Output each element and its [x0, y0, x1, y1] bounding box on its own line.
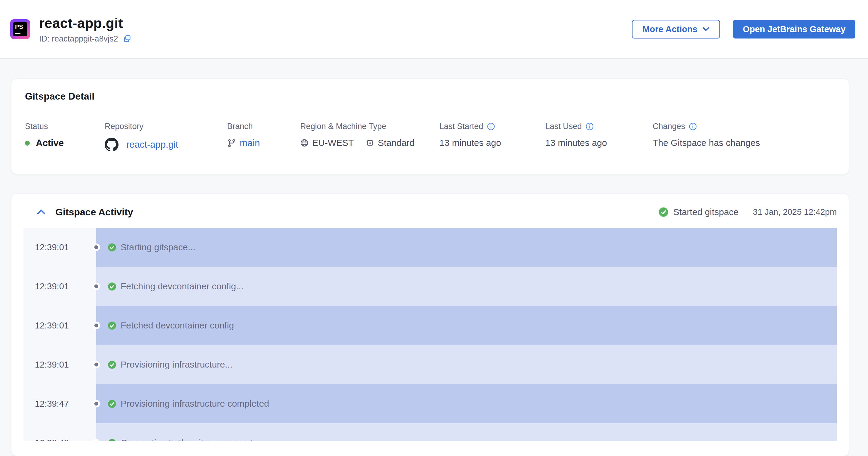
info-icon[interactable]	[487, 122, 495, 130]
more-actions-label: More Actions	[643, 24, 698, 34]
timeline-dot-icon	[94, 245, 98, 249]
repository-field: Repository react-app.git	[105, 122, 227, 152]
success-check-icon	[108, 438, 116, 442]
open-jetbrains-gateway-button[interactable]: Open JetBrains Gateway	[733, 20, 856, 38]
success-check-icon	[108, 243, 116, 252]
globe-icon	[300, 139, 309, 147]
open-gateway-label: Open JetBrains Gateway	[743, 24, 846, 34]
activity-log[interactable]: 12:39:01 Starting gitspace... 12:39:01 F…	[24, 228, 837, 441]
collapse-chevron-up-icon[interactable]	[37, 209, 46, 215]
status-label: Status	[25, 122, 105, 131]
log-timestamp: 12:39:48	[35, 438, 69, 442]
top-header: PS react-app.git ID: reactappgit-a8vjs2 …	[0, 0, 868, 59]
log-timestamp: 12:39:47	[35, 399, 69, 409]
cpu-machine-icon	[366, 139, 374, 147]
log-message: Provisioning infrastructure completed	[121, 399, 269, 409]
last-used-label: Last Used	[545, 122, 582, 131]
region-machine-label: Region & Machine Type	[300, 122, 439, 131]
status-field: Status Active	[25, 122, 105, 152]
logo-text: PS	[15, 24, 23, 30]
log-message: Fetching devcontainer config...	[121, 281, 244, 292]
last-used-value: 13 minutes ago	[545, 138, 653, 148]
status-active-dot-icon	[25, 141, 30, 146]
last-started-value: 13 minutes ago	[439, 138, 545, 148]
log-message: Connecting to the gitspace agent	[121, 438, 253, 441]
last-used-field: Last Used 13 minutes ago	[545, 122, 653, 152]
last-started-field: Last Started 13 minutes ago	[439, 122, 545, 152]
timeline-dot-icon	[94, 441, 98, 442]
phpstorm-logo-icon: PS	[10, 19, 30, 39]
log-timestamp: 12:39:01	[35, 242, 69, 252]
repository-label: Repository	[105, 122, 227, 131]
timeline-dot-icon	[94, 324, 98, 328]
log-row: 12:39:48 Connecting to the gitspace agen…	[24, 423, 837, 441]
timeline-dot-icon	[94, 363, 98, 367]
repository-link[interactable]: react-app.git	[126, 139, 178, 150]
activity-title: Gitspace Activity	[55, 207, 133, 218]
log-row: 12:39:47 Provisioning infrastructure com…	[24, 384, 837, 423]
log-row: 12:39:01 Provisioning infrastructure...	[24, 345, 837, 384]
region-value: EU-WEST	[312, 138, 354, 148]
timeline-dot-icon	[94, 284, 98, 288]
branch-field: Branch main	[227, 122, 300, 152]
changes-value: The Gitspace has changes	[653, 138, 835, 148]
logo-underscore	[15, 33, 21, 34]
status-value: Active	[36, 138, 64, 149]
chevron-down-icon	[702, 27, 710, 32]
gitspace-id: ID: reactappgit-a8vjs2	[39, 34, 118, 43]
brand: PS react-app.git ID: reactappgit-a8vjs2	[10, 15, 131, 43]
success-check-icon	[108, 360, 116, 369]
branch-label: Branch	[227, 122, 300, 131]
success-check-icon	[108, 282, 116, 291]
more-actions-button[interactable]: More Actions	[632, 20, 720, 38]
activity-timestamp: 31 Jan, 2025 12:42pm	[753, 207, 837, 217]
region-machine-field: Region & Machine Type EU-WEST	[300, 122, 439, 152]
activity-status-text: Started gitspace	[673, 207, 739, 217]
success-check-icon	[108, 399, 116, 408]
info-icon[interactable]	[689, 122, 697, 130]
log-message: Starting gitspace...	[121, 242, 195, 252]
log-row: 12:39:01 Fetching devcontainer config...	[24, 267, 837, 306]
git-branch-icon	[227, 139, 236, 148]
log-message: Provisioning infrastructure...	[121, 360, 232, 370]
log-row: 12:39:01 Fetched devcontainer config	[24, 306, 837, 345]
changes-label: Changes	[653, 122, 685, 131]
gitspace-activity-card: Gitspace Activity Started gitspace 31 Ja…	[11, 194, 849, 456]
github-icon	[105, 138, 119, 152]
copy-icon[interactable]	[123, 35, 131, 43]
detail-card-title: Gitspace Detail	[25, 91, 835, 102]
timeline-dot-icon	[94, 402, 98, 406]
log-timestamp: 12:39:01	[35, 321, 69, 331]
page-title: react-app.git	[39, 15, 131, 31]
success-check-icon	[658, 207, 669, 217]
branch-link[interactable]: main	[240, 138, 260, 149]
gitspace-detail-card: Gitspace Detail Status Active Repository…	[11, 79, 849, 174]
success-check-icon	[108, 321, 116, 330]
log-row: 12:39:01 Starting gitspace...	[24, 228, 837, 267]
info-icon[interactable]	[586, 122, 594, 130]
last-started-label: Last Started	[439, 122, 483, 131]
log-message: Fetched devcontainer config	[121, 320, 234, 331]
machine-type-value: Standard	[378, 138, 414, 148]
changes-field: Changes The Gitspace has changes	[653, 122, 835, 152]
log-timestamp: 12:39:01	[35, 281, 69, 292]
log-timestamp: 12:39:01	[35, 360, 69, 370]
